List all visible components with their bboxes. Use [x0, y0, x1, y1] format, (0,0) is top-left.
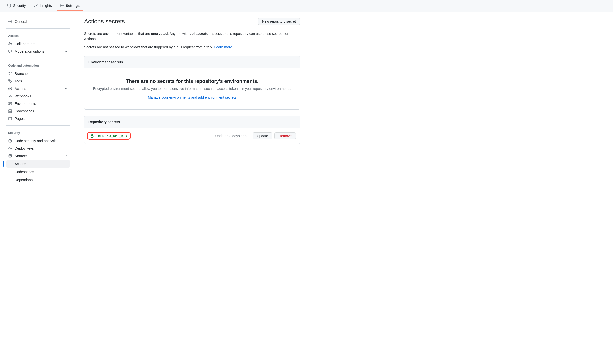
svg-point-14: [9, 103, 10, 103]
secret-updated: Updated 3 days ago: [215, 134, 246, 138]
sidebar-item-code-security[interactable]: Code security and analysis: [6, 137, 70, 145]
sidebar-item-label: Collaborators: [15, 42, 35, 46]
sidebar-subitem-label: Codespaces: [15, 170, 34, 174]
svg-rect-16: [9, 110, 12, 112]
environment-secrets-header: Environment secrets: [84, 56, 300, 68]
sidebar-item-tags[interactable]: Tags: [6, 78, 70, 85]
tab-settings-label: Settings: [66, 4, 80, 8]
server-icon: [8, 102, 12, 106]
annotation-highlight: HEROKU_API_KEY: [87, 132, 131, 140]
sidebar-item-label: Environments: [15, 102, 36, 106]
webhook-icon: [8, 94, 12, 98]
play-circle-icon: [8, 87, 12, 91]
svg-point-15: [9, 104, 10, 105]
repository-secrets-header: Repository secrets: [84, 116, 300, 128]
tab-insights-label: Insights: [40, 4, 52, 8]
sidebar-subitem-secrets-actions[interactable]: Actions: [6, 160, 70, 168]
sidebar-item-label: Moderation options: [15, 50, 44, 54]
env-empty-desc: Encrypted environment secrets allow you …: [92, 86, 292, 92]
sidebar-subitem-label: Dependabot: [15, 178, 34, 182]
chevron-up-icon: [64, 154, 68, 158]
repo-top-nav: Security Insights Settings: [0, 0, 613, 12]
sidebar-item-label: Secrets: [15, 154, 27, 158]
tab-insights[interactable]: Insights: [31, 1, 55, 11]
remove-secret-button[interactable]: Remove: [274, 132, 296, 140]
shield-icon: [7, 4, 11, 8]
sidebar-subitem-secrets-codespaces[interactable]: Codespaces: [6, 168, 70, 176]
key-icon: [8, 146, 12, 150]
secret-row: HEROKU_API_KEY Updated 3 days ago Update…: [84, 128, 300, 144]
git-branch-icon: [8, 72, 12, 76]
svg-rect-22: [91, 136, 93, 138]
people-icon: [8, 42, 12, 46]
svg-rect-17: [9, 112, 12, 113]
sidebar-item-webhooks[interactable]: Webhooks: [6, 92, 70, 100]
tab-settings[interactable]: Settings: [57, 1, 83, 11]
svg-point-6: [11, 73, 12, 74]
environment-secrets-panel: Environment secrets There are no secrets…: [84, 56, 300, 110]
environment-secrets-body: There are no secrets for this repository…: [84, 68, 300, 110]
svg-point-7: [9, 80, 10, 81]
svg-point-4: [9, 72, 10, 73]
sidebar-item-label: Branches: [15, 72, 29, 76]
sidebar-item-pages[interactable]: Pages: [6, 115, 70, 122]
sidebar-item-label: Deploy keys: [15, 146, 34, 150]
shield-check-icon: [8, 139, 12, 143]
graph-icon: [34, 4, 38, 8]
comment-icon: [8, 50, 12, 54]
sidebar-item-moderation[interactable]: Moderation options: [6, 48, 70, 55]
lock-icon: [90, 134, 94, 138]
svg-point-2: [9, 43, 10, 44]
sidebar-subitem-secrets-dependabot[interactable]: Dependabot: [6, 176, 70, 184]
secret-name: HEROKU_API_KEY: [98, 134, 128, 138]
sidebar-item-deploy-keys[interactable]: Deploy keys: [6, 145, 70, 152]
sidebar-item-label: Webhooks: [15, 94, 31, 98]
sidebar-item-label: Code security and analysis: [15, 139, 56, 143]
sidebar-item-label: Tags: [15, 79, 22, 83]
new-repository-secret-button[interactable]: New repository secret: [258, 18, 300, 25]
svg-point-8: [9, 87, 12, 90]
svg-point-19: [9, 140, 12, 142]
svg-point-0: [61, 5, 62, 6]
tab-security[interactable]: Security: [4, 1, 29, 11]
gear-icon: [60, 4, 64, 8]
intro-paragraph-1: Secrets are environment variables that a…: [84, 31, 300, 42]
gear-icon: [8, 20, 12, 24]
tab-security-label: Security: [13, 4, 26, 8]
asterisk-icon: [8, 154, 12, 158]
sidebar-item-environments[interactable]: Environments: [6, 100, 70, 108]
sidebar-header-code: Code and automation: [6, 62, 70, 69]
svg-point-5: [9, 75, 10, 76]
env-empty-title: There are no secrets for this repository…: [92, 78, 292, 84]
main-content: Actions secrets New repository secret Se…: [74, 18, 310, 191]
sidebar-item-codespaces[interactable]: Codespaces: [6, 108, 70, 115]
sidebar-item-branches[interactable]: Branches: [6, 70, 70, 78]
svg-rect-18: [9, 118, 12, 120]
sidebar-header-access: Access: [6, 33, 70, 39]
learn-more-link[interactable]: Learn more: [214, 45, 232, 49]
sidebar-item-general[interactable]: General: [6, 18, 70, 26]
sidebar-item-collaborators[interactable]: Collaborators: [6, 40, 70, 48]
update-secret-button[interactable]: Update: [253, 132, 272, 140]
sidebar-header-security: Security: [6, 130, 70, 136]
tag-icon: [8, 79, 12, 83]
chevron-down-icon: [64, 50, 68, 54]
intro-paragraph-2: Secrets are not passed to workflows that…: [84, 45, 300, 50]
page-header: Actions secrets New repository secret: [84, 18, 300, 27]
sidebar-item-label: Pages: [15, 117, 25, 121]
secret-actions: Update Remove: [253, 132, 296, 140]
codespaces-icon: [8, 109, 12, 113]
svg-point-20: [9, 148, 10, 149]
svg-point-11: [10, 95, 11, 96]
sidebar-item-actions[interactable]: Actions: [6, 85, 70, 92]
repository-secrets-panel: Repository secrets HEROKU_API_KEY Update…: [84, 116, 300, 144]
browser-icon: [8, 117, 12, 121]
chevron-down-icon: [64, 87, 68, 91]
manage-environments-link[interactable]: Manage your environments and add environ…: [148, 96, 236, 100]
sidebar-item-secrets[interactable]: Secrets: [6, 152, 70, 160]
page-title: Actions secrets: [84, 18, 125, 25]
sidebar-item-label: Actions: [15, 87, 26, 91]
sidebar-subitem-label: Actions: [15, 162, 26, 166]
settings-sidebar: General Access Collaborators Moderation …: [0, 18, 74, 191]
svg-point-3: [11, 43, 12, 44]
